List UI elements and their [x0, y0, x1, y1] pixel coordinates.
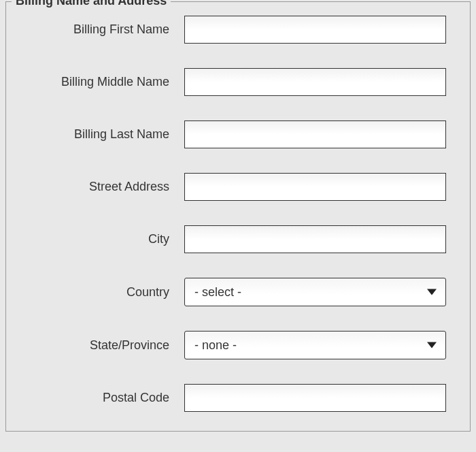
- middle-name-label: Billing Middle Name: [18, 75, 184, 89]
- postal-label: Postal Code: [18, 391, 184, 405]
- first-name-label: Billing First Name: [18, 22, 184, 37]
- city-input[interactable]: [184, 225, 446, 253]
- form-row: Billing First Name: [18, 16, 458, 44]
- form-row: City: [18, 225, 458, 253]
- postal-code-input[interactable]: [184, 384, 446, 412]
- first-name-input[interactable]: [184, 16, 446, 44]
- country-label: Country: [18, 285, 184, 300]
- billing-fieldset: Billing Name and Address Billing First N…: [5, 1, 471, 432]
- country-select-wrapper: - select -: [184, 278, 446, 306]
- form-row: Street Address: [18, 173, 458, 201]
- section-title: Billing Name and Address: [12, 0, 171, 8]
- street-label: Street Address: [18, 180, 184, 194]
- country-select[interactable]: - select -: [184, 278, 446, 306]
- state-label: State/Province: [18, 338, 184, 353]
- state-select[interactable]: - none -: [184, 331, 446, 359]
- form-row: Billing Last Name: [18, 120, 458, 148]
- state-select-wrapper: - none -: [184, 331, 446, 359]
- city-label: City: [18, 232, 184, 246]
- form-row: Postal Code: [18, 384, 458, 412]
- last-name-label: Billing Last Name: [18, 127, 184, 142]
- middle-name-input[interactable]: [184, 68, 446, 96]
- last-name-input[interactable]: [184, 120, 446, 148]
- form-row: Billing Middle Name: [18, 68, 458, 96]
- form-row: State/Province - none -: [18, 331, 458, 359]
- form-row: Country - select -: [18, 278, 458, 306]
- street-address-input[interactable]: [184, 173, 446, 201]
